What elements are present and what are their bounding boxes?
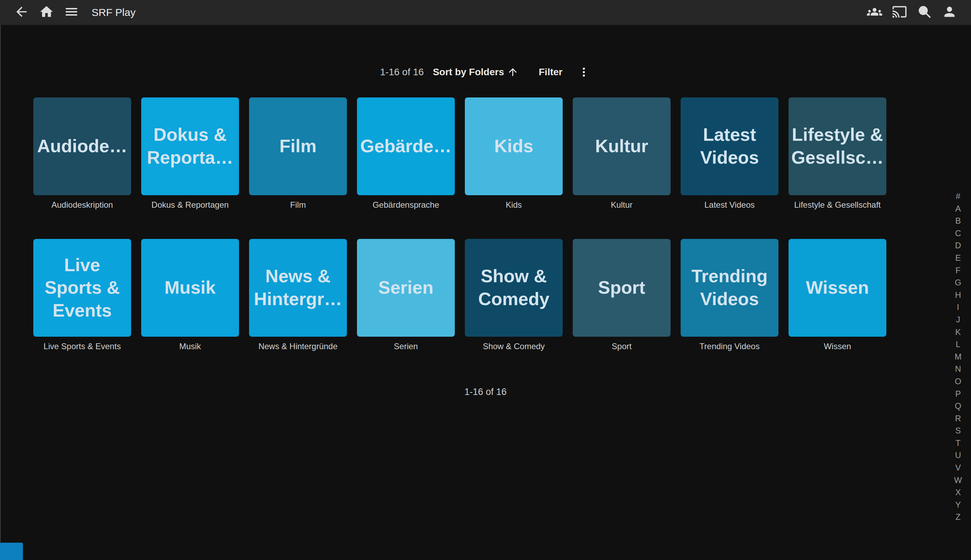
library-cell: Audiode…Audiodeskription [33, 97, 131, 210]
library-tile[interactable]: Kultur [573, 97, 671, 195]
library-cell: Latest VideosLatest Videos [681, 97, 779, 210]
library-tile[interactable]: Dokus & Reporta… [141, 97, 239, 195]
alpha-letter[interactable]: N [955, 363, 961, 375]
alpha-letter[interactable]: M [955, 350, 962, 363]
search-button[interactable] [912, 0, 937, 25]
tile-caption[interactable]: Musik [141, 342, 239, 352]
item-count-top: 1-16 of 16 [380, 67, 424, 78]
library-cell: Trending VideosTrending Videos [681, 239, 779, 352]
alpha-letter[interactable]: C [955, 227, 961, 240]
alpha-letter[interactable]: V [955, 462, 961, 474]
alpha-letter[interactable]: Q [955, 400, 961, 412]
library-cell: Dokus & Reporta…Dokus & Reportagen [141, 97, 239, 210]
alpha-letter[interactable]: X [955, 486, 961, 498]
more-options-button[interactable] [577, 65, 591, 79]
library-tile[interactable]: Latest Videos [681, 97, 779, 195]
tile-caption[interactable]: Kids [465, 200, 563, 210]
tile-title: Kultur [590, 135, 653, 158]
user-button[interactable] [937, 0, 962, 25]
alpha-letter[interactable]: P [955, 388, 961, 400]
library-tile[interactable]: Live Sports & Events [33, 239, 131, 337]
tile-caption[interactable]: Trending Videos [681, 342, 779, 352]
tile-caption[interactable]: Kultur [573, 200, 671, 210]
scrollbar-thumb[interactable] [0, 543, 23, 560]
tile-caption[interactable]: Dokus & Reportagen [141, 200, 239, 210]
alpha-letter[interactable]: R [955, 412, 961, 425]
syncplay-button[interactable] [862, 0, 887, 25]
search-icon [917, 4, 932, 21]
tile-caption[interactable]: Show & Comedy [465, 342, 563, 352]
page-title: SRF Play [92, 7, 136, 18]
alpha-letter[interactable]: H [955, 289, 961, 301]
tile-title: Show & Comedy [473, 265, 554, 310]
tile-caption[interactable]: Gebärdensprache [357, 200, 455, 210]
library-cell: FilmFilm [249, 97, 347, 210]
back-arrow-icon [14, 4, 29, 21]
tile-title: Live Sports & Events [40, 254, 125, 322]
alpha-letter[interactable]: J [956, 313, 960, 326]
tile-caption[interactable]: Serien [357, 342, 455, 352]
library-tile[interactable]: Musik [141, 239, 239, 337]
library-tile[interactable]: Serien [357, 239, 455, 337]
alpha-letter[interactable]: Z [955, 511, 961, 523]
alpha-letter[interactable]: Y [955, 498, 961, 511]
library-tile[interactable]: Show & Comedy [465, 239, 563, 337]
alpha-letter[interactable]: I [957, 301, 959, 313]
filter-button-label: Filter [539, 67, 562, 78]
tile-caption[interactable]: Film [249, 200, 347, 210]
library-tile[interactable]: Sport [573, 239, 671, 337]
alpha-letter[interactable]: B [955, 215, 961, 227]
alpha-letter[interactable]: A [955, 203, 961, 215]
app-bar: SRF Play [0, 0, 971, 25]
filter-button[interactable]: Filter [539, 67, 562, 78]
library-tile[interactable]: Kids [465, 97, 563, 195]
library-toolbar: 1-16 of 16 Sort by Folders Filter [0, 65, 971, 79]
tile-caption[interactable]: Lifestyle & Gesellschaft [789, 200, 886, 210]
library-tile[interactable]: Gebärde… [357, 97, 455, 195]
alpha-letter[interactable]: O [955, 375, 961, 388]
sort-button-label: Sort by Folders [433, 67, 504, 78]
tile-title: Trending Videos [687, 265, 772, 310]
sort-ascending-arrow-icon [507, 66, 519, 78]
back-button[interactable] [9, 0, 34, 25]
library-tile[interactable]: Film [249, 97, 347, 195]
library-tile[interactable]: Lifestyle & Gesellsc… [789, 97, 886, 195]
tile-caption[interactable]: Audiodeskription [33, 200, 131, 210]
sort-button[interactable]: Sort by Folders [433, 66, 519, 78]
alpha-letter[interactable]: F [955, 264, 961, 277]
tile-caption[interactable]: Wissen [789, 342, 886, 352]
tile-caption[interactable]: Sport [573, 342, 671, 352]
kebab-menu-icon [578, 66, 590, 78]
alpha-letter[interactable]: W [954, 474, 962, 487]
library-cell: SportSport [573, 239, 671, 352]
tile-title: Gebärde… [355, 135, 457, 158]
tile-title: News & Hintergr… [249, 265, 347, 310]
person-icon [942, 4, 957, 21]
alpha-letter[interactable]: K [955, 326, 961, 338]
alpha-letter[interactable]: D [955, 239, 961, 252]
tile-caption[interactable]: Latest Videos [681, 200, 779, 210]
tile-title: Latest Videos [695, 123, 764, 169]
library-tile[interactable]: Wissen [789, 239, 886, 337]
library-tile[interactable]: News & Hintergr… [249, 239, 347, 337]
alpha-letter[interactable]: S [955, 424, 961, 437]
alpha-letter[interactable]: U [955, 449, 961, 462]
library-cell: News & Hintergr…News & Hintergründe [249, 239, 347, 352]
library-tile[interactable]: Trending Videos [681, 239, 779, 337]
alpha-letter[interactable]: T [955, 437, 961, 449]
library-cell: Live Sports & EventsLive Sports & Events [33, 239, 131, 352]
home-button[interactable] [34, 0, 59, 25]
menu-button[interactable] [59, 0, 84, 25]
tile-caption[interactable]: Live Sports & Events [33, 342, 131, 352]
tile-caption[interactable]: News & Hintergründe [249, 342, 347, 352]
cast-button[interactable] [887, 0, 912, 25]
alpha-letter[interactable]: G [955, 277, 961, 289]
alpha-letter[interactable]: E [955, 252, 961, 264]
library-grid: Audiode…AudiodeskriptionDokus & Reporta…… [33, 97, 886, 352]
hamburger-menu-icon [64, 4, 79, 21]
alpha-letter[interactable]: L [956, 338, 960, 350]
library-cell: KulturKultur [573, 97, 671, 210]
library-tile[interactable]: Audiode… [33, 97, 131, 195]
alpha-letter[interactable]: # [956, 190, 960, 203]
library-cell: MusikMusik [141, 239, 239, 352]
